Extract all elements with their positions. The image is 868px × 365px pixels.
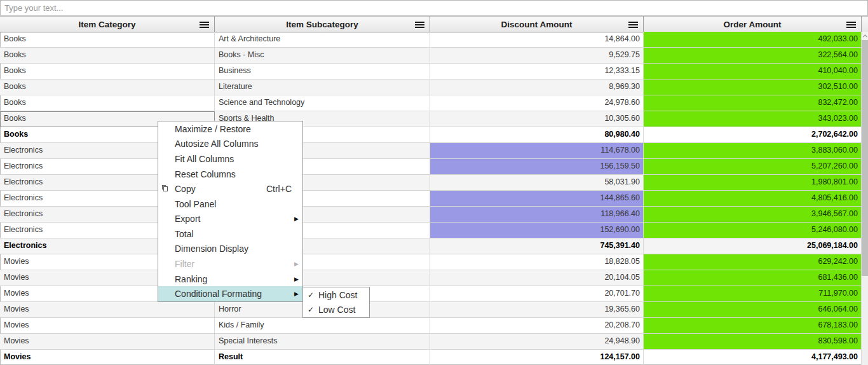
- submenu-item-low-cost[interactable]: ✓Low Cost: [303, 303, 369, 318]
- cell-discount-amount[interactable]: 118,966.40: [430, 207, 644, 223]
- copy-icon: [163, 186, 168, 191]
- cell-discount-amount[interactable]: 18,828.05: [430, 254, 644, 270]
- cell-item-subcategory[interactable]: Result: [215, 350, 430, 365]
- cell-order-amount[interactable]: 2,702,642.00: [644, 127, 862, 143]
- cell-discount-amount[interactable]: 80,980.40: [430, 127, 644, 143]
- cell-item-category[interactable]: Books: [0, 32, 215, 48]
- menu-item-label: Autosize All Columns: [175, 139, 259, 149]
- menu-item-conditional-formating[interactable]: Conditional Formating▶: [158, 286, 302, 301]
- cell-order-amount[interactable]: 4,177,493.00: [644, 350, 862, 365]
- menu-item-fit-all-columns[interactable]: Fit All Columns: [158, 151, 302, 167]
- table-row: MoviesSpecial Interests24,948.90830,598.…: [0, 334, 862, 350]
- submenu-arrow-icon: ▶: [294, 261, 299, 267]
- cell-order-amount[interactable]: 1,980,801.00: [644, 175, 862, 191]
- cell-discount-amount[interactable]: 24,948.90: [430, 334, 644, 350]
- scrollbar-thumb[interactable]: [862, 40, 868, 276]
- cell-discount-amount[interactable]: 114,678.00: [430, 143, 644, 159]
- menu-item-tool-panel[interactable]: Tool Panel: [158, 196, 302, 212]
- menu-item-label: Export: [175, 214, 200, 224]
- grid-body: BooksArt & Architecture14,864.00492,033.…: [0, 32, 862, 365]
- cell-discount-amount[interactable]: 124,157.00: [430, 350, 644, 365]
- column-header-item-subcategory[interactable]: Item Subcategory: [215, 17, 430, 32]
- cell-item-subcategory[interactable]: Books - Misc: [215, 48, 430, 64]
- cell-order-amount[interactable]: 678,183.00: [644, 318, 862, 334]
- cell-order-amount[interactable]: 4,805,416.00: [644, 191, 862, 207]
- cell-item-subcategory[interactable]: Kids / Family: [215, 318, 430, 334]
- cell-item-category[interactable]: Movies: [0, 334, 215, 350]
- cell-discount-amount[interactable]: 20,701.70: [430, 286, 644, 302]
- cell-item-subcategory[interactable]: Business: [215, 64, 430, 79]
- cell-discount-amount[interactable]: 20,104.05: [430, 270, 644, 286]
- menu-item-total[interactable]: Total: [158, 226, 302, 242]
- cell-order-amount[interactable]: 302,510.00: [644, 79, 862, 95]
- cell-discount-amount[interactable]: 152,690.00: [430, 223, 644, 238]
- text-input[interactable]: [0, 0, 868, 16]
- submenu-item-high-cost[interactable]: ✓High Cost: [303, 287, 369, 303]
- menu-item-maximize-restore[interactable]: Maximize / Restore: [158, 121, 302, 137]
- cell-discount-amount[interactable]: 12,333.15: [430, 64, 644, 79]
- table-row: Electronics144,865.604,805,416.00: [0, 191, 862, 207]
- cell-discount-amount[interactable]: 14,864.00: [430, 32, 644, 48]
- cell-item-category[interactable]: Books: [0, 79, 215, 95]
- menu-item-label: Tool Panel: [175, 199, 216, 209]
- cell-order-amount[interactable]: 646,064.00: [644, 302, 862, 318]
- cell-discount-amount[interactable]: 19,365.60: [430, 302, 644, 318]
- table-row: MoviesHorror19,365.60646,064.00: [0, 302, 862, 318]
- cell-item-subcategory[interactable]: Special Interests: [215, 334, 430, 350]
- column-menu-icon[interactable]: [628, 22, 638, 28]
- cell-discount-amount[interactable]: 745,391.40: [430, 238, 644, 254]
- column-menu-icon[interactable]: [415, 22, 424, 28]
- cell-discount-amount[interactable]: 9,529.75: [430, 48, 644, 64]
- cell-order-amount[interactable]: 711,970.00: [644, 286, 862, 302]
- cell-order-amount[interactable]: 25,069,184.00: [644, 238, 862, 254]
- cell-order-amount[interactable]: 410,040.00: [644, 64, 862, 79]
- cell-order-amount[interactable]: 343,023.00: [644, 111, 862, 127]
- column-header-label: Order Amount: [724, 20, 782, 29]
- menu-item-reset-columns[interactable]: Reset Columns: [158, 167, 302, 182]
- cell-item-subcategory[interactable]: Science and Technology: [215, 95, 430, 111]
- submenu-item-label: Low Cost: [318, 305, 355, 315]
- cell-item-category[interactable]: Movies: [0, 302, 215, 318]
- cell-discount-amount[interactable]: 10,305.60: [430, 111, 644, 127]
- pivot-grid-app: Item CategoryItem SubcategoryDiscount Am…: [0, 0, 868, 365]
- cell-discount-amount[interactable]: 20,208.70: [430, 318, 644, 334]
- table-row: BooksBusiness12,333.15410,040.00: [0, 64, 862, 79]
- cell-order-amount[interactable]: 3,946,567.00: [644, 207, 862, 223]
- vertical-scrollbar[interactable]: [862, 32, 868, 365]
- cell-discount-amount[interactable]: 156,159.50: [430, 159, 644, 175]
- cell-order-amount[interactable]: 492,033.00: [644, 32, 862, 48]
- cell-order-amount[interactable]: 830,598.00: [644, 334, 862, 350]
- menu-item-export[interactable]: Export▶: [158, 211, 302, 226]
- column-header-order-amount[interactable]: Order Amount: [644, 17, 862, 32]
- column-header-item-category[interactable]: Item Category: [0, 17, 215, 32]
- menu-item-autosize-all-columns[interactable]: Autosize All Columns: [158, 137, 302, 152]
- cell-item-subcategory[interactable]: Literature: [215, 79, 430, 95]
- cell-discount-amount[interactable]: 58,031.90: [430, 175, 644, 191]
- cell-discount-amount[interactable]: 24,978.60: [430, 95, 644, 111]
- menu-item-dimension-display[interactable]: Dimension Display: [158, 242, 302, 257]
- menu-item-copy[interactable]: CopyCtrl+C: [158, 181, 302, 196]
- cell-item-subcategory[interactable]: Art & Architecture: [215, 32, 430, 48]
- cell-item-category[interactable]: Books: [0, 64, 215, 79]
- column-header-discount-amount[interactable]: Discount Amount: [430, 17, 644, 32]
- menu-item-ranking[interactable]: Ranking▶: [158, 272, 302, 287]
- cell-discount-amount[interactable]: 144,865.60: [430, 191, 644, 207]
- cell-item-category[interactable]: Books: [0, 95, 215, 111]
- table-row: BooksLiterature8,969.30302,510.00: [0, 79, 862, 95]
- cell-order-amount[interactable]: 5,246,080.00: [644, 223, 862, 238]
- cell-order-amount[interactable]: 681,436.00: [644, 270, 862, 286]
- scroll-up-button[interactable]: [862, 32, 868, 40]
- cell-order-amount[interactable]: 3,883,060.00: [644, 143, 862, 159]
- cell-order-amount[interactable]: 322,564.00: [644, 48, 862, 64]
- column-menu-icon[interactable]: [846, 22, 856, 28]
- cell-order-amount[interactable]: 5,207,260.00: [644, 159, 862, 175]
- cell-item-category[interactable]: Books: [0, 48, 215, 64]
- cell-discount-amount[interactable]: 8,969.30: [430, 79, 644, 95]
- cell-order-amount[interactable]: 629,242.00: [644, 254, 862, 270]
- column-menu-icon[interactable]: [200, 22, 209, 28]
- cell-item-category[interactable]: Movies: [0, 350, 215, 365]
- cell-order-amount[interactable]: 832,472.00: [644, 95, 862, 111]
- context-menu: Maximize / RestoreAutosize All ColumnsFi…: [158, 121, 303, 302]
- cell-item-category[interactable]: Movies: [0, 318, 215, 334]
- submenu-item-label: High Cost: [318, 290, 357, 300]
